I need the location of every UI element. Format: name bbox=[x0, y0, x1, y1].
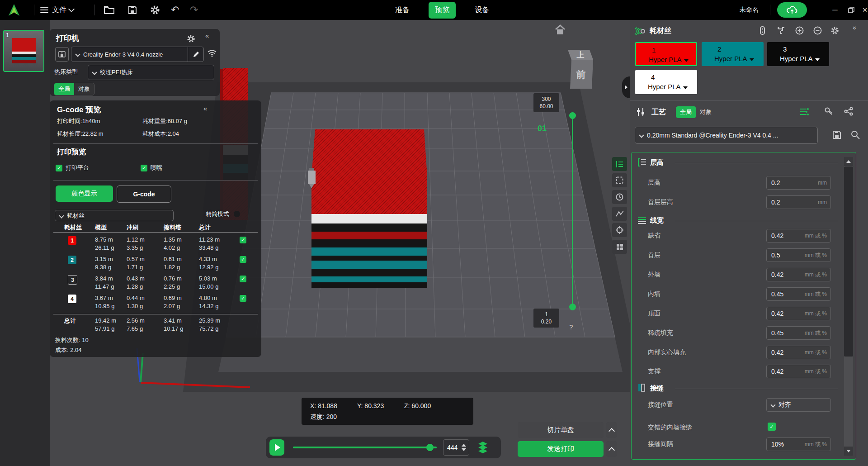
filament-slot-3[interactable]: 3 Hyper PLA bbox=[767, 42, 829, 66]
layers-toggle-button[interactable] bbox=[476, 440, 489, 455]
redo-button[interactable]: ↷ bbox=[190, 0, 198, 20]
cloud-upload-button[interactable] bbox=[777, 0, 807, 20]
plate-thumbnail[interactable]: 1 bbox=[3, 30, 44, 72]
gcode-button[interactable]: G-code bbox=[117, 185, 171, 203]
send-print-button[interactable]: 发送打印 bbox=[518, 441, 604, 457]
open-file-button[interactable] bbox=[104, 0, 115, 20]
tab-prepare[interactable]: 准备 bbox=[389, 2, 416, 19]
timeline-slider[interactable] bbox=[293, 447, 437, 448]
minimize-button[interactable]: ─ bbox=[828, 0, 842, 20]
seam-gap-input[interactable]: 10%mm 或 % bbox=[766, 437, 831, 451]
key-params-button[interactable] bbox=[824, 107, 833, 116]
model-cube bbox=[311, 129, 427, 288]
tab-preview[interactable]: 预览 bbox=[429, 2, 456, 19]
filament-settings-button[interactable] bbox=[830, 26, 839, 35]
first-layer-line-width-input[interactable]: 0.5mm 或 % bbox=[766, 248, 831, 262]
home-view-button[interactable] bbox=[554, 24, 566, 35]
layer-slider-track[interactable] bbox=[572, 115, 573, 307]
filament-slot-4[interactable]: 4 Hyper PLA bbox=[635, 70, 697, 94]
printer-tab-object[interactable]: 对象 bbox=[74, 83, 94, 95]
platform-checkbox[interactable]: ✓ 打印平台 bbox=[56, 164, 89, 172]
outer-wall-line-width-input[interactable]: 0.42mm 或 % bbox=[766, 268, 831, 281]
scroll-up-button[interactable] bbox=[844, 157, 853, 166]
printer-image-button[interactable] bbox=[55, 47, 69, 62]
save-button[interactable] bbox=[128, 0, 137, 20]
filament-slot-2[interactable]: 2 Hyper PLA bbox=[702, 42, 764, 66]
view-option-layers-button[interactable] bbox=[612, 157, 627, 171]
view-option-apps-button[interactable] bbox=[612, 240, 627, 254]
filament-slot-1[interactable]: 1 Hyper PLA bbox=[635, 42, 697, 66]
layer-slider-top-handle[interactable] bbox=[569, 112, 576, 119]
printer-tab-global[interactable]: 全局 bbox=[54, 83, 74, 95]
inner-wall-line-width-input[interactable]: 0.45mm 或 % bbox=[766, 287, 831, 301]
slice-plate-button[interactable]: 切片单盘 bbox=[518, 422, 604, 438]
slider-help-icon[interactable]: ? bbox=[569, 323, 573, 331]
close-button[interactable]: × bbox=[858, 0, 868, 20]
printer-select[interactable]: Creality Ender-3 V4 0.4 nozzle bbox=[71, 47, 204, 62]
simplified-mode-dot[interactable] bbox=[234, 211, 240, 217]
search-params-button[interactable] bbox=[851, 130, 860, 139]
settings-scrollbar[interactable] bbox=[844, 157, 853, 456]
first-layer-height-input[interactable]: 0.2mm bbox=[766, 195, 831, 209]
edit-printer-button[interactable] bbox=[188, 47, 203, 62]
app-logo[interactable] bbox=[7, 0, 21, 20]
view-option-structure-button[interactable] bbox=[612, 207, 627, 221]
stepper-arrows[interactable] bbox=[462, 444, 466, 451]
nozzle-checkbox[interactable]: ✓ 喷嘴 bbox=[141, 164, 162, 172]
row-checkbox[interactable]: ✓ bbox=[240, 237, 246, 243]
parameter-level-button[interactable] bbox=[800, 108, 810, 116]
view-option-time-button[interactable] bbox=[612, 190, 627, 204]
add-filament-button[interactable] bbox=[795, 26, 804, 35]
stepper-down-icon[interactable] bbox=[462, 448, 466, 451]
top-surface-line-width-input[interactable]: 0.42mm 或 % bbox=[766, 307, 831, 320]
support-line-width-input[interactable]: 0.42mm 或 % bbox=[766, 365, 831, 378]
process-tab-global[interactable]: 全局 bbox=[676, 106, 696, 118]
sync-filament-button[interactable] bbox=[758, 26, 767, 35]
play-button[interactable] bbox=[269, 439, 284, 456]
filament-changes-label: 换料次数: bbox=[55, 337, 80, 343]
staggered-seam-checkbox[interactable]: ✓ bbox=[768, 423, 776, 431]
collapse-gcode-button[interactable]: « bbox=[203, 105, 207, 112]
timeline-slider-handle[interactable] bbox=[426, 444, 434, 451]
sparse-infill-line-width-input[interactable]: 0.45mm 或 % bbox=[766, 326, 831, 340]
stepper-up-icon[interactable] bbox=[462, 444, 466, 447]
wifi-button[interactable] bbox=[207, 49, 217, 57]
send-options-button[interactable] bbox=[606, 441, 617, 457]
flush-options-button[interactable] bbox=[777, 26, 786, 35]
collapse-filament-button[interactable]: » bbox=[851, 26, 859, 30]
chevron-up-icon bbox=[608, 447, 614, 453]
file-menu[interactable]: 文件 bbox=[40, 0, 74, 20]
platform-checkbox-label: 打印平台 bbox=[66, 164, 89, 172]
tab-device[interactable]: 设备 bbox=[468, 2, 495, 19]
view-cube[interactable]: 上 前 bbox=[565, 48, 595, 90]
row-checkbox[interactable]: ✓ bbox=[240, 295, 246, 302]
default-line-width-input[interactable]: 0.42mm 或 % bbox=[766, 229, 831, 243]
restore-button[interactable] bbox=[844, 0, 858, 20]
frame-stepper[interactable]: 444 bbox=[443, 439, 469, 456]
view-option-plate-button[interactable] bbox=[612, 173, 627, 187]
filament-collapse-bar[interactable]: 耗材丝 bbox=[55, 210, 174, 221]
color-display-button[interactable]: 颜色显示 bbox=[56, 185, 113, 202]
collapse-panel-button[interactable]: « bbox=[205, 32, 209, 39]
process-tab-object[interactable]: 对象 bbox=[696, 106, 716, 118]
seam-position-select[interactable]: 对齐 bbox=[766, 398, 831, 412]
slice-options-button[interactable] bbox=[606, 422, 617, 438]
internal-solid-infill-line-width-input[interactable]: 0.42mm 或 % bbox=[766, 346, 831, 359]
remove-filament-button[interactable] bbox=[813, 26, 822, 35]
scroll-down-button[interactable] bbox=[844, 447, 853, 456]
row-checkbox[interactable]: ✓ bbox=[240, 256, 246, 263]
printer-settings-button[interactable] bbox=[187, 34, 195, 43]
view-option-target-button[interactable] bbox=[612, 223, 627, 237]
frame-value[interactable]: 444 bbox=[447, 444, 462, 451]
right-panel-collapse-handle[interactable] bbox=[622, 76, 630, 98]
bed-type-select[interactable]: 纹理PEI热床 bbox=[88, 65, 214, 80]
compare-presets-button[interactable] bbox=[844, 107, 854, 116]
layer-height-input[interactable]: 0.2mm bbox=[766, 176, 831, 190]
save-preset-button[interactable] bbox=[832, 130, 841, 139]
process-preset-select[interactable]: 0.20mm Standard @Creality Ender-3 V4 0.4… bbox=[635, 127, 818, 144]
undo-button[interactable]: ↶ bbox=[171, 0, 179, 20]
scrollbar-thumb[interactable] bbox=[844, 166, 853, 357]
layer-slider-bottom-handle[interactable] bbox=[569, 304, 576, 310]
row-checkbox[interactable]: ✓ bbox=[240, 276, 246, 282]
settings-button[interactable] bbox=[150, 0, 160, 20]
